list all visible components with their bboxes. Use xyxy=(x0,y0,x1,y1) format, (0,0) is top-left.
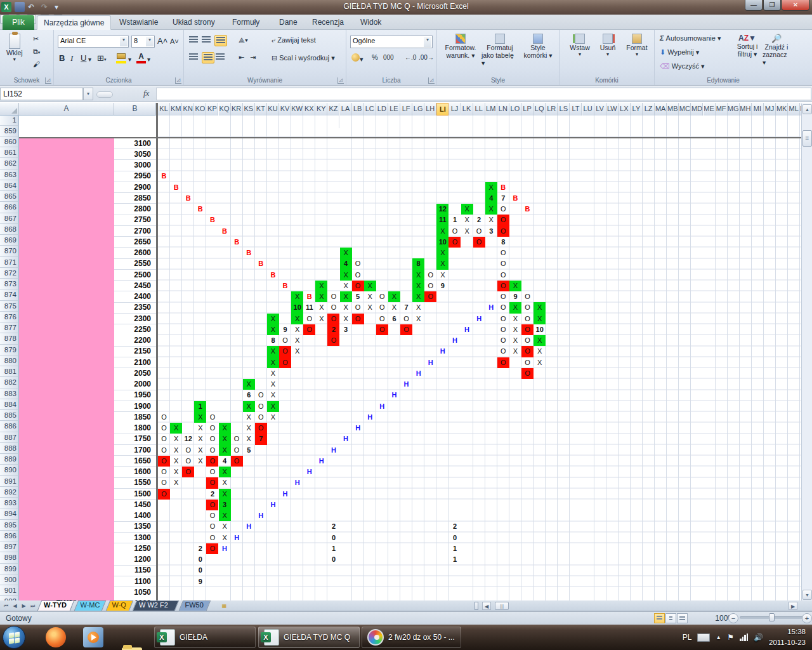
price-2800[interactable]: 2800 xyxy=(134,204,151,215)
cell-KR886[interactable]: O xyxy=(231,434,243,444)
price-2300[interactable]: 2300 xyxy=(134,314,151,324)
row-header-867[interactable]: 867 xyxy=(0,213,19,224)
cell-LL867[interactable]: O xyxy=(473,226,485,237)
cell-KQ895[interactable]: X xyxy=(219,533,231,543)
cell-KQ889[interactable]: X xyxy=(219,467,231,477)
cell-LA876[interactable]: 3 xyxy=(340,324,352,335)
cell-KM885[interactable]: X xyxy=(170,423,182,434)
font-color-icon[interactable]: A xyxy=(136,52,146,63)
cell-KZ897[interactable]: 0 xyxy=(327,554,339,565)
cell-KO886[interactable]: X xyxy=(194,434,206,444)
cell-LI878[interactable]: H xyxy=(436,346,449,357)
cell-LC874[interactable]: X xyxy=(364,302,376,313)
cell-KQ892[interactable]: 3 xyxy=(219,500,231,510)
cell-KZ876[interactable]: 2 xyxy=(327,324,339,335)
cell-KL887[interactable]: O xyxy=(158,445,170,456)
col-header-MF[interactable]: MF xyxy=(716,103,728,116)
cell-KP894[interactable]: O xyxy=(206,521,218,532)
cell-KV872[interactable]: B xyxy=(279,281,291,291)
borders-icon[interactable]: ⊞▾ xyxy=(97,53,106,63)
alignment-dialog-launcher[interactable]: ◿ xyxy=(337,77,344,84)
align-top-icon[interactable] xyxy=(189,36,198,44)
cell-LF876[interactable]: O xyxy=(400,324,412,335)
next-sheet-icon[interactable]: ▶ xyxy=(20,602,28,610)
cell-LQ877[interactable]: X xyxy=(534,335,546,346)
normal-view-icon[interactable] xyxy=(654,613,665,623)
cell-LN872[interactable]: O xyxy=(497,281,509,291)
taskbar-button-paint[interactable]: 2 fw20 dz ox 50 - ... xyxy=(362,627,461,648)
cell-LP878[interactable]: O xyxy=(521,346,534,357)
cell-LK865[interactable]: X xyxy=(461,204,473,215)
cell-KU881[interactable]: X xyxy=(267,379,279,390)
cell-KY874[interactable]: X xyxy=(315,302,327,313)
row-header-899[interactable]: 899 xyxy=(0,564,19,574)
horizontal-scroll-thumb[interactable]: ||| xyxy=(495,602,509,610)
cell-LQ876[interactable]: 10 xyxy=(534,324,546,335)
price-2600[interactable]: 2600 xyxy=(134,248,151,258)
cell-KL889[interactable]: O xyxy=(158,467,170,477)
cell-KW873[interactable]: X xyxy=(291,291,303,302)
col-header-MC[interactable]: MC xyxy=(679,103,691,116)
cell-LJ895[interactable]: 0 xyxy=(449,533,461,543)
row-header-898[interactable]: 898 xyxy=(0,552,19,563)
volume-icon[interactable]: 🔊 xyxy=(754,633,763,642)
cell-LI870[interactable]: X xyxy=(436,258,449,269)
cell-KW874[interactable]: 10 xyxy=(291,302,303,313)
price-2150[interactable]: 2150 xyxy=(134,346,151,357)
cell-LJ894[interactable]: 2 xyxy=(449,521,461,532)
col-header-LT[interactable]: LT xyxy=(570,103,582,116)
cell-LI865[interactable]: 12 xyxy=(436,204,449,215)
row-header-879[interactable]: 879 xyxy=(0,345,19,355)
cell-KN888[interactable]: O xyxy=(182,456,194,467)
cell-KT886[interactable]: 7 xyxy=(255,434,267,444)
col-header-KY[interactable]: KY xyxy=(315,103,327,116)
sort-filter-button[interactable]: AZ▼ Sortuj ifiltruj ▾ xyxy=(733,34,761,58)
cell-KU883[interactable]: X xyxy=(267,401,279,412)
row-header-900[interactable]: 900 xyxy=(0,574,19,585)
price-2650[interactable]: 2650 xyxy=(134,237,151,248)
cell-KS887[interactable]: 5 xyxy=(243,445,255,456)
cell-LC872[interactable]: X xyxy=(364,281,376,291)
price-1850[interactable]: 1850 xyxy=(134,412,151,423)
vertical-scroll-thumb[interactable] xyxy=(802,130,812,147)
price-1200[interactable]: 1200 xyxy=(134,554,151,565)
cell-KL885[interactable]: O xyxy=(158,423,170,434)
col-header-LK[interactable]: LK xyxy=(461,103,473,116)
column-a-pink-fill[interactable] xyxy=(19,138,114,601)
cell-KY888[interactable]: H xyxy=(315,456,327,467)
cell-KN886[interactable]: 12 xyxy=(182,434,194,444)
tab-scrollbar-splitter[interactable] xyxy=(475,602,478,610)
cell-LD883[interactable]: H xyxy=(376,401,388,412)
cell-LD875[interactable]: O xyxy=(376,314,388,324)
row-header-865[interactable]: 865 xyxy=(0,191,19,202)
cell-LB872[interactable]: O xyxy=(352,281,364,291)
cell-KL862[interactable]: B xyxy=(158,171,170,182)
cell-KP884[interactable]: O xyxy=(206,412,218,423)
col-header-LC[interactable]: LC xyxy=(364,103,376,116)
cell-LG874[interactable]: X xyxy=(412,302,424,313)
col-header-LS[interactable]: LS xyxy=(558,103,570,116)
cell-KU884[interactable]: X xyxy=(267,412,279,423)
cell-LK876[interactable]: H xyxy=(461,324,473,335)
cell-KO896[interactable]: 2 xyxy=(194,543,206,554)
orientation-icon[interactable]: ⟁▾ xyxy=(239,36,248,44)
decrease-decimal-icon[interactable]: .00→ xyxy=(419,54,434,61)
cell-LN865[interactable]: O xyxy=(497,204,509,215)
price-1650[interactable]: 1650 xyxy=(134,456,151,467)
cell-KT883[interactable]: O xyxy=(255,401,267,412)
cell-KM863[interactable]: B xyxy=(170,182,182,193)
tab-review[interactable]: Recenzja xyxy=(306,15,350,30)
formula-input[interactable] xyxy=(156,88,811,100)
hscroll-left-icon[interactable]: ◀ xyxy=(482,602,491,610)
cell-KM890[interactable]: X xyxy=(170,477,182,488)
row-header-881[interactable]: 881 xyxy=(0,366,19,377)
row-header-874[interactable]: 874 xyxy=(0,289,19,300)
cell-LM865[interactable]: X xyxy=(485,204,497,215)
col-header-LP[interactable]: LP xyxy=(521,103,534,116)
cell-LM863[interactable]: X xyxy=(485,182,497,193)
cell-KP893[interactable]: O xyxy=(206,510,218,521)
col-header-LA[interactable]: LA xyxy=(340,103,352,116)
bold-button[interactable]: B xyxy=(59,53,65,63)
currency-icon[interactable]: ▾ xyxy=(351,53,363,63)
row-header-1[interactable]: 1 xyxy=(0,116,19,126)
